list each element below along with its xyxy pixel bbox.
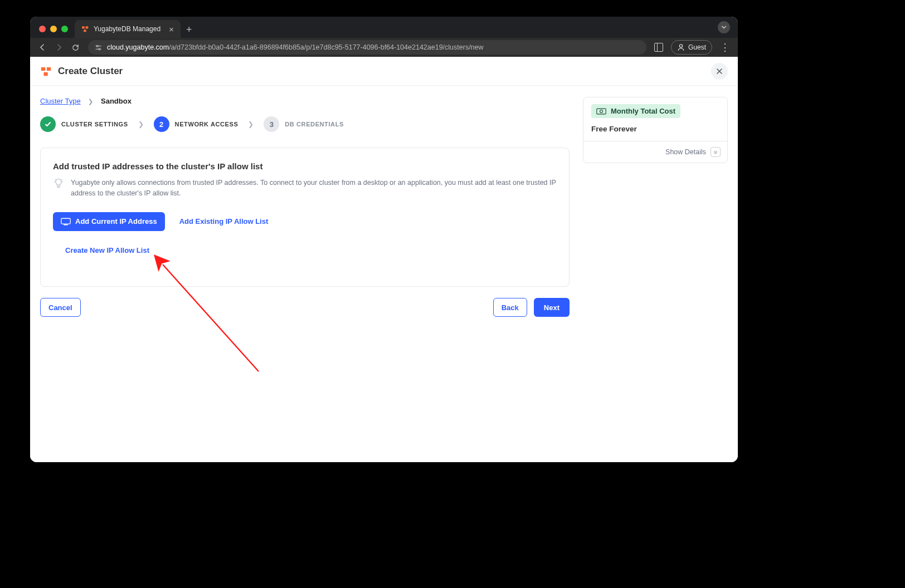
button-label: Back <box>502 303 519 312</box>
page-content: Create Cluster Cluster Type ❯ Sandbox <box>30 57 738 462</box>
next-button[interactable]: Next <box>534 298 570 317</box>
close-window-icon[interactable] <box>39 26 46 32</box>
profile-label: Guest <box>688 43 706 51</box>
chevron-right-icon: ❯ <box>138 120 144 128</box>
step-db-credentials[interactable]: 3 DB CREDENTIALS <box>264 116 344 132</box>
breadcrumb: Cluster Type ❯ Sandbox <box>40 97 570 105</box>
browser-window: YugabyteDB Managed × + <box>30 17 738 462</box>
svg-point-20 <box>600 110 603 112</box>
new-tab-button[interactable]: + <box>181 24 198 38</box>
breadcrumb-root-link[interactable]: Cluster Type <box>40 97 81 105</box>
button-label: Cancel <box>48 303 72 312</box>
maximize-window-icon[interactable] <box>61 26 68 32</box>
cost-value: Free Forever <box>583 125 727 141</box>
wizard-actions: Cancel Back Next <box>40 298 570 317</box>
address-bar[interactable]: cloud.yugabyte.com/a/d723bfdd-b0a0-442f-… <box>88 40 646 55</box>
step-network-access[interactable]: 2 NETWORK ACCESS <box>154 116 239 132</box>
svg-point-5 <box>96 45 98 47</box>
browser-tab[interactable]: YugabyteDB Managed × <box>75 20 181 38</box>
chevron-right-icon: ❯ <box>88 98 93 105</box>
svg-rect-8 <box>41 67 45 70</box>
create-new-allow-list-button[interactable]: Create New IP Allow List <box>65 241 149 260</box>
button-label: Add Current IP Address <box>75 217 157 226</box>
svg-line-16 <box>61 179 62 180</box>
main-column: Cluster Type ❯ Sandbox CLUSTER SETTINGS … <box>40 97 570 317</box>
window-controls <box>36 26 71 38</box>
svg-rect-19 <box>597 109 606 114</box>
checkmark-icon <box>40 116 56 132</box>
url-text: cloud.yugabyte.com/a/d723bfdd-b0a0-442f-… <box>107 43 484 51</box>
svg-rect-10 <box>43 72 47 75</box>
svg-point-6 <box>99 48 100 50</box>
svg-rect-1 <box>86 26 89 28</box>
lightbulb-icon <box>53 178 65 199</box>
tab-title: YugabyteDB Managed <box>94 25 160 33</box>
svg-line-15 <box>55 179 56 180</box>
stepper: CLUSTER SETTINGS ❯ 2 NETWORK ACCESS ❯ 3 … <box>40 116 570 132</box>
svg-point-7 <box>679 45 682 47</box>
card-heading: Add trusted IP addresses to the cluster'… <box>53 161 557 171</box>
step-label: DB CREDENTIALS <box>285 121 344 128</box>
page-header: Create Cluster <box>30 57 738 86</box>
svg-rect-0 <box>82 26 85 28</box>
cost-details-toggle[interactable]: Show Details <box>583 141 727 163</box>
favicon-icon <box>81 25 89 33</box>
back-icon[interactable] <box>38 43 47 52</box>
chevron-right-icon: ❯ <box>248 120 254 128</box>
reload-icon[interactable] <box>71 43 80 52</box>
profile-button[interactable]: Guest <box>671 40 712 55</box>
minimize-window-icon[interactable] <box>50 26 57 32</box>
back-button[interactable]: Back <box>493 298 527 317</box>
browser-toolbar: cloud.yugabyte.com/a/d723bfdd-b0a0-442f-… <box>30 38 738 57</box>
cost-badge-label: Monthly Total Cost <box>611 107 675 115</box>
add-current-ip-button[interactable]: Add Current IP Address <box>53 212 165 231</box>
show-details-label: Show Details <box>665 148 706 156</box>
hint-body: Yugabyte only allows connections from tr… <box>71 178 557 199</box>
tab-overflow-button[interactable] <box>718 21 730 33</box>
forward-icon[interactable] <box>55 43 64 52</box>
tab-strip: YugabyteDB Managed × + <box>30 17 738 38</box>
close-tab-icon[interactable]: × <box>169 25 174 33</box>
page-title: Create Cluster <box>58 66 123 77</box>
button-label: Add Existing IP Allow List <box>179 217 269 226</box>
monitor-icon <box>61 218 71 226</box>
step-label: NETWORK ACCESS <box>175 121 239 128</box>
cancel-button[interactable]: Cancel <box>40 298 81 317</box>
step-cluster-settings[interactable]: CLUSTER SETTINGS <box>40 116 128 132</box>
yugabyte-logo-icon <box>40 65 52 77</box>
expand-icon <box>711 147 721 157</box>
panel-icon[interactable] <box>654 43 663 52</box>
add-existing-allow-list-button[interactable]: Add Existing IP Allow List <box>179 212 269 231</box>
close-button[interactable] <box>711 63 728 80</box>
svg-rect-2 <box>84 30 86 32</box>
ip-allow-card: Add trusted IP addresses to the cluster'… <box>40 148 570 287</box>
site-settings-icon[interactable] <box>95 44 103 51</box>
svg-rect-17 <box>61 218 70 224</box>
button-label: Create New IP Allow List <box>65 246 149 254</box>
hint-text: Yugabyte only allows connections from tr… <box>53 178 557 199</box>
button-label: Next <box>544 303 559 312</box>
cost-badge: Monthly Total Cost <box>591 104 680 118</box>
browser-menu-icon[interactable]: ⋮ <box>720 46 730 49</box>
breadcrumb-current: Sandbox <box>101 97 132 105</box>
money-icon <box>596 107 606 115</box>
side-column: Monthly Total Cost Free Forever Show Det… <box>583 97 728 317</box>
svg-rect-9 <box>47 67 51 70</box>
cost-card: Monthly Total Cost Free Forever Show Det… <box>583 97 728 163</box>
step-label: CLUSTER SETTINGS <box>61 121 128 128</box>
step-number-badge: 3 <box>264 116 279 132</box>
person-icon <box>677 43 685 51</box>
step-number-badge: 2 <box>154 116 169 132</box>
